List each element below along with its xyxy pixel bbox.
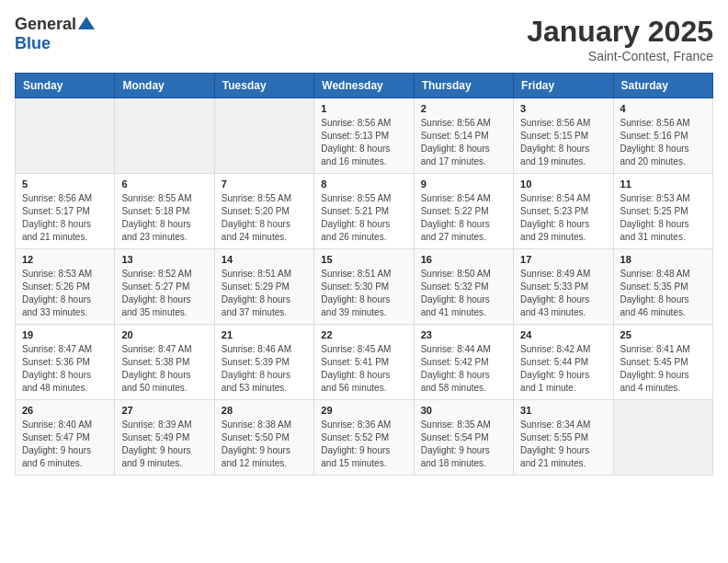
day-number: 14 xyxy=(222,254,307,265)
day-number: 22 xyxy=(321,329,406,340)
day-number: 30 xyxy=(421,405,506,416)
day-number: 9 xyxy=(421,178,506,190)
day-info: Sunrise: 8:50 AM Sunset: 5:32 PM Dayligh… xyxy=(421,268,506,319)
day-number: 31 xyxy=(520,405,606,416)
logo-general-text: General xyxy=(15,15,76,34)
calendar-day-cell: 12Sunrise: 8:53 AM Sunset: 5:26 PM Dayli… xyxy=(16,249,115,325)
logo: General Blue xyxy=(15,15,95,53)
calendar-day-cell: 13Sunrise: 8:52 AM Sunset: 5:27 PM Dayli… xyxy=(115,249,214,325)
day-number: 25 xyxy=(620,329,706,340)
day-number: 8 xyxy=(321,178,406,190)
calendar-day-cell: 27Sunrise: 8:39 AM Sunset: 5:49 PM Dayli… xyxy=(115,400,214,476)
calendar-day-cell: 1Sunrise: 8:56 AM Sunset: 5:13 PM Daylig… xyxy=(314,98,414,174)
calendar-day-cell: 16Sunrise: 8:50 AM Sunset: 5:32 PM Dayli… xyxy=(414,249,513,325)
calendar-week-row: 12Sunrise: 8:53 AM Sunset: 5:26 PM Dayli… xyxy=(16,249,713,325)
calendar-table: SundayMondayTuesdayWednesdayThursdayFrid… xyxy=(15,73,713,476)
day-info: Sunrise: 8:38 AM Sunset: 5:50 PM Dayligh… xyxy=(222,419,307,470)
calendar-day-cell: 15Sunrise: 8:51 AM Sunset: 5:30 PM Dayli… xyxy=(314,249,414,325)
day-info: Sunrise: 8:56 AM Sunset: 5:14 PM Dayligh… xyxy=(421,117,506,168)
calendar-day-cell: 14Sunrise: 8:51 AM Sunset: 5:29 PM Dayli… xyxy=(214,249,313,325)
day-info: Sunrise: 8:55 AM Sunset: 5:21 PM Dayligh… xyxy=(321,192,406,244)
day-number: 7 xyxy=(222,178,307,190)
calendar-day-cell: 9Sunrise: 8:54 AM Sunset: 5:22 PM Daylig… xyxy=(414,174,513,249)
day-info: Sunrise: 8:45 AM Sunset: 5:41 PM Dayligh… xyxy=(321,343,406,395)
day-number: 15 xyxy=(321,254,406,265)
day-info: Sunrise: 8:52 AM Sunset: 5:27 PM Dayligh… xyxy=(121,268,207,319)
calendar-week-row: 5Sunrise: 8:56 AM Sunset: 5:17 PM Daylig… xyxy=(16,174,713,249)
day-of-week-header: Tuesday xyxy=(214,74,313,98)
month-title: January 2025 xyxy=(527,15,713,49)
day-info: Sunrise: 8:56 AM Sunset: 5:17 PM Dayligh… xyxy=(22,192,108,244)
day-of-week-header: Saturday xyxy=(613,74,712,98)
day-of-week-header: Monday xyxy=(115,74,214,98)
calendar-week-row: 1Sunrise: 8:56 AM Sunset: 5:13 PM Daylig… xyxy=(16,98,713,174)
day-number: 27 xyxy=(121,405,207,416)
day-number: 11 xyxy=(620,178,706,190)
day-info: Sunrise: 8:40 AM Sunset: 5:47 PM Dayligh… xyxy=(22,419,108,470)
calendar-day-cell xyxy=(613,400,712,476)
title-block: January 2025 Saint-Contest, France xyxy=(527,15,713,63)
day-number: 18 xyxy=(620,254,706,265)
calendar-day-cell: 25Sunrise: 8:41 AM Sunset: 5:45 PM Dayli… xyxy=(613,325,712,400)
day-info: Sunrise: 8:46 AM Sunset: 5:39 PM Dayligh… xyxy=(222,343,307,395)
day-info: Sunrise: 8:56 AM Sunset: 5:16 PM Dayligh… xyxy=(620,117,706,168)
day-info: Sunrise: 8:41 AM Sunset: 5:45 PM Dayligh… xyxy=(620,343,706,395)
day-number: 17 xyxy=(520,254,606,265)
calendar-day-cell xyxy=(214,98,313,174)
calendar-day-cell: 21Sunrise: 8:46 AM Sunset: 5:39 PM Dayli… xyxy=(214,325,313,400)
location-title: Saint-Contest, France xyxy=(527,49,713,63)
logo-icon xyxy=(78,15,95,31)
day-info: Sunrise: 8:42 AM Sunset: 5:44 PM Dayligh… xyxy=(520,343,606,395)
day-number: 12 xyxy=(22,254,108,265)
day-info: Sunrise: 8:51 AM Sunset: 5:30 PM Dayligh… xyxy=(321,268,406,319)
calendar-day-cell: 10Sunrise: 8:54 AM Sunset: 5:23 PM Dayli… xyxy=(514,174,613,249)
calendar-day-cell: 30Sunrise: 8:35 AM Sunset: 5:54 PM Dayli… xyxy=(414,400,513,476)
calendar-day-cell: 23Sunrise: 8:44 AM Sunset: 5:42 PM Dayli… xyxy=(414,325,513,400)
day-of-week-header: Thursday xyxy=(414,74,513,98)
day-number: 1 xyxy=(321,103,406,114)
day-of-week-header: Wednesday xyxy=(314,74,414,98)
day-number: 6 xyxy=(121,178,207,190)
day-number: 4 xyxy=(620,103,706,114)
day-number: 13 xyxy=(121,254,207,265)
day-info: Sunrise: 8:48 AM Sunset: 5:35 PM Dayligh… xyxy=(620,268,706,319)
day-info: Sunrise: 8:39 AM Sunset: 5:49 PM Dayligh… xyxy=(121,419,207,470)
page-header: General Blue January 2025 Saint-Contest,… xyxy=(15,15,713,63)
day-number: 10 xyxy=(520,178,606,190)
day-number: 16 xyxy=(421,254,506,265)
calendar-day-cell: 20Sunrise: 8:47 AM Sunset: 5:38 PM Dayli… xyxy=(115,325,214,400)
day-of-week-header: Friday xyxy=(514,74,613,98)
calendar-day-cell: 22Sunrise: 8:45 AM Sunset: 5:41 PM Dayli… xyxy=(314,325,414,400)
calendar-day-cell: 18Sunrise: 8:48 AM Sunset: 5:35 PM Dayli… xyxy=(613,249,712,325)
day-info: Sunrise: 8:47 AM Sunset: 5:36 PM Dayligh… xyxy=(22,343,108,395)
calendar-day-cell: 24Sunrise: 8:42 AM Sunset: 5:44 PM Dayli… xyxy=(514,325,613,400)
calendar-day-cell: 31Sunrise: 8:34 AM Sunset: 5:55 PM Dayli… xyxy=(514,400,613,476)
logo-blue-text: Blue xyxy=(15,34,51,53)
day-number: 19 xyxy=(22,329,108,340)
calendar-day-cell: 2Sunrise: 8:56 AM Sunset: 5:14 PM Daylig… xyxy=(414,98,513,174)
day-number: 5 xyxy=(22,178,108,190)
day-info: Sunrise: 8:34 AM Sunset: 5:55 PM Dayligh… xyxy=(520,419,606,470)
calendar-day-cell: 8Sunrise: 8:55 AM Sunset: 5:21 PM Daylig… xyxy=(314,174,414,249)
day-number: 26 xyxy=(22,405,108,416)
day-info: Sunrise: 8:55 AM Sunset: 5:18 PM Dayligh… xyxy=(121,192,207,244)
day-number: 20 xyxy=(121,329,207,340)
calendar-day-cell: 26Sunrise: 8:40 AM Sunset: 5:47 PM Dayli… xyxy=(16,400,115,476)
day-number: 28 xyxy=(222,405,307,416)
day-info: Sunrise: 8:49 AM Sunset: 5:33 PM Dayligh… xyxy=(520,268,606,319)
day-info: Sunrise: 8:35 AM Sunset: 5:54 PM Dayligh… xyxy=(421,419,506,470)
day-info: Sunrise: 8:56 AM Sunset: 5:13 PM Dayligh… xyxy=(321,117,406,168)
day-number: 23 xyxy=(421,329,506,340)
calendar-day-cell: 7Sunrise: 8:55 AM Sunset: 5:20 PM Daylig… xyxy=(214,174,313,249)
calendar-day-cell: 11Sunrise: 8:53 AM Sunset: 5:25 PM Dayli… xyxy=(613,174,712,249)
day-info: Sunrise: 8:47 AM Sunset: 5:38 PM Dayligh… xyxy=(121,343,207,395)
day-info: Sunrise: 8:53 AM Sunset: 5:25 PM Dayligh… xyxy=(620,192,706,244)
day-info: Sunrise: 8:44 AM Sunset: 5:42 PM Dayligh… xyxy=(421,343,506,395)
day-info: Sunrise: 8:53 AM Sunset: 5:26 PM Dayligh… xyxy=(22,268,108,319)
day-info: Sunrise: 8:54 AM Sunset: 5:22 PM Dayligh… xyxy=(421,192,506,244)
day-number: 24 xyxy=(520,329,606,340)
calendar-day-cell xyxy=(115,98,214,174)
day-info: Sunrise: 8:54 AM Sunset: 5:23 PM Dayligh… xyxy=(520,192,606,244)
calendar-day-cell: 17Sunrise: 8:49 AM Sunset: 5:33 PM Dayli… xyxy=(514,249,613,325)
calendar-day-cell: 29Sunrise: 8:36 AM Sunset: 5:52 PM Dayli… xyxy=(314,400,414,476)
